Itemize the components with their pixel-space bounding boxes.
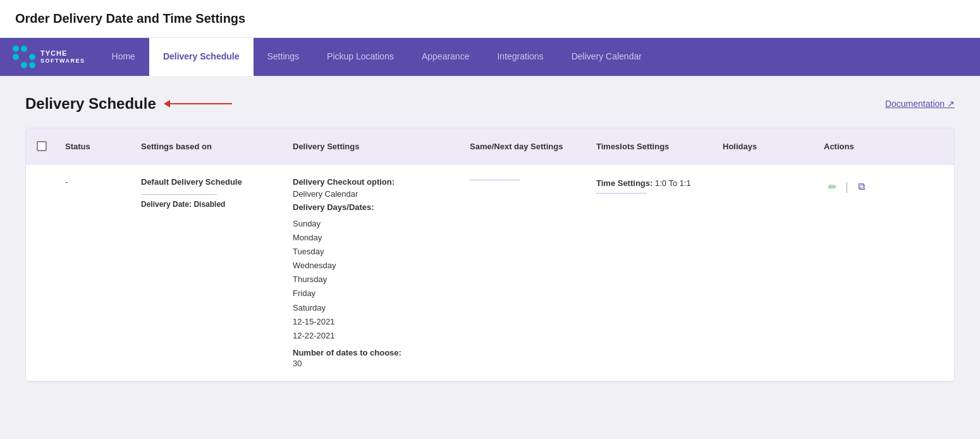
separator-timeslots	[596, 193, 647, 194]
edit-button[interactable]: ✏	[824, 178, 840, 195]
th-delivery-settings: Delivery Settings	[285, 137, 462, 155]
row-actions: ✏ | ⧉	[816, 173, 892, 372]
day-saturday: Saturday	[293, 301, 455, 315]
date-2: 12-22-2021	[293, 329, 455, 343]
time-settings: Time Settings: 1:0 To 1:1	[596, 177, 707, 190]
delivery-date-value: Disabled	[193, 200, 225, 209]
logo-dot	[29, 46, 35, 52]
row-settings-based-on: Default Delivery Schedule Delivery Date:…	[133, 173, 285, 372]
logo-dots	[13, 46, 35, 68]
nav-item-appearance[interactable]: Appearance	[408, 38, 484, 76]
row-timeslots: Time Settings: 1:0 To 1:1	[589, 173, 715, 372]
time-settings-value: 1:0 To 1:1	[655, 178, 691, 188]
nav-items: Home Delivery Schedule Settings Pickup L…	[98, 38, 656, 76]
row-holidays	[715, 173, 816, 372]
table-row: - Default Delivery Schedule Delivery Dat…	[26, 164, 954, 381]
logo-dot	[21, 62, 27, 68]
th-status: Status	[58, 137, 133, 155]
arrow-line	[169, 103, 232, 104]
th-settings-based-on: Settings based on	[133, 137, 285, 155]
day-friday: Friday	[293, 287, 455, 300]
documentation-link[interactable]: Documentation ↗	[885, 99, 955, 109]
days-label: Delivery Days/Dates:	[293, 202, 455, 212]
arrow-indicator	[169, 103, 232, 104]
date-1: 12-15-2021	[293, 315, 455, 329]
th-holidays: Holidays	[715, 137, 816, 155]
th-actions: Actions	[816, 137, 892, 155]
num-dates-label: Number of dates to choose:	[293, 348, 455, 357]
day-monday: Monday	[293, 231, 455, 245]
row-status: -	[58, 173, 133, 372]
nav-item-delivery-calendar[interactable]: Delivery Calendar	[558, 38, 656, 76]
th-timeslots: Timeslots Settings	[589, 137, 715, 155]
day-sunday: Sunday	[293, 217, 455, 231]
time-settings-label: Time Settings:	[596, 178, 652, 188]
logo-dot	[29, 54, 35, 60]
nav-item-integrations[interactable]: Integrations	[483, 38, 557, 76]
schedule-name: Default Delivery Schedule	[141, 177, 278, 187]
page-title: Order Delivery Date and Time Settings	[15, 11, 965, 26]
table-header: Status Settings based on Delivery Settin…	[26, 128, 954, 164]
logo-dot	[13, 62, 19, 68]
page-title-bar: Order Delivery Date and Time Settings	[0, 0, 980, 38]
header-checkbox-cell	[26, 137, 58, 155]
nav-item-pickup-locations[interactable]: Pickup Locations	[313, 38, 408, 76]
main-content: Delivery Schedule Documentation ↗ Status…	[0, 76, 980, 401]
delivery-date-label: Delivery Date: Disabled	[141, 200, 278, 209]
nav-item-home[interactable]: Home	[98, 38, 149, 76]
days-list: Sunday Monday Tuesday Wednesday Thursday…	[293, 217, 455, 343]
action-divider: |	[845, 178, 848, 195]
day-wednesday: Wednesday	[293, 259, 455, 273]
schedule-table: Status Settings based on Delivery Settin…	[25, 128, 955, 382]
logo-dot	[13, 46, 19, 52]
copy-button[interactable]: ⧉	[854, 178, 870, 195]
nav-logo: TYCHE SOFTWARES	[0, 38, 98, 76]
logo-dot	[21, 46, 27, 52]
nav-item-delivery-schedule[interactable]: Delivery Schedule	[149, 38, 254, 76]
day-thursday: Thursday	[293, 273, 455, 287]
content-header: Delivery Schedule Documentation ↗	[25, 95, 955, 113]
logo-dot	[21, 54, 27, 60]
row-checkbox-cell	[26, 173, 58, 372]
content-title: Delivery Schedule	[25, 95, 156, 113]
row-same-next-day	[462, 173, 589, 372]
nav-item-settings[interactable]: Settings	[254, 38, 314, 76]
checkout-option-value: Delivery Calendar	[293, 189, 455, 199]
num-dates-value: 30	[293, 359, 455, 368]
logo-text: TYCHE SOFTWARES	[40, 49, 85, 65]
day-tuesday: Tuesday	[293, 245, 455, 259]
content-header-left: Delivery Schedule	[25, 95, 232, 113]
separator	[141, 194, 217, 195]
header-checkbox[interactable]	[37, 141, 47, 151]
separator-sm	[470, 180, 520, 180]
nav-bar: TYCHE SOFTWARES Home Delivery Schedule S…	[0, 38, 980, 76]
logo-dot	[13, 54, 19, 60]
logo-dot	[29, 62, 35, 68]
row-delivery-settings: Delivery Checkout option: Delivery Calen…	[285, 173, 462, 372]
checkout-option-label: Delivery Checkout option:	[293, 177, 455, 187]
th-same-next-day: Same/Next day Settings	[462, 137, 589, 155]
